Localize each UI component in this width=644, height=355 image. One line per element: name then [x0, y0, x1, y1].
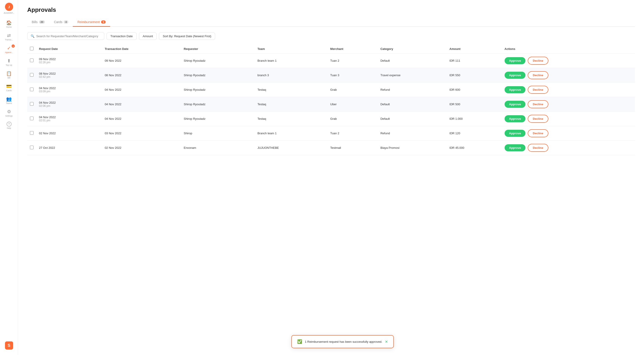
tabs-bar: Bills 20 Cards 4 Reimbursement 9 — [27, 18, 635, 27]
row-actions: Approve Decline — [502, 54, 635, 68]
tab-cards-label: Cards — [54, 20, 62, 24]
row-merchant: Testmail — [328, 141, 378, 155]
search-input[interactable] — [36, 35, 101, 38]
row-checkbox-cell — [27, 68, 36, 83]
row-category: Default — [378, 112, 446, 126]
decline-button[interactable]: Decline — [528, 144, 548, 152]
sidebar-item-label: Transa... — [5, 39, 13, 41]
row-request-date: 08 Nov 2022 02:42 pm — [36, 68, 102, 83]
row-actions: Approve Decline — [502, 126, 635, 141]
row-checkbox-cell — [27, 54, 36, 68]
approvals-icon: ✓ — [7, 45, 11, 51]
toast-close-button[interactable]: ✕ — [385, 339, 388, 344]
search-icon: 🔍 — [30, 34, 34, 38]
sidebar-username: JUJUONT... — [4, 12, 14, 14]
row-request-date: 02 Nov 2022 — [36, 126, 102, 141]
row-actions: Approve Decline — [502, 68, 635, 83]
sort-filter[interactable]: Sort By: Request Date (Newest First) — [159, 33, 215, 40]
sidebar-item-topup[interactable]: ⬆ Top Up — [0, 56, 18, 69]
page-header: Approvals Bills 20 Cards 4 Reimbursement… — [18, 0, 644, 32]
row-transaction-date: 04 Nov 2022 — [102, 83, 181, 97]
row-actions: Approve Decline — [502, 97, 635, 112]
help-icon: ? — [6, 122, 12, 127]
tab-cards-badge: 4 — [64, 21, 68, 24]
sidebar-item-label: Approv... — [5, 51, 13, 54]
approvals-table: Request Date Transaction Date Requester … — [27, 45, 635, 155]
approve-button[interactable]: Approve — [504, 72, 526, 79]
select-all-checkbox[interactable] — [30, 47, 34, 50]
sidebar-item-approvals[interactable]: ✓ Approv... ● — [0, 43, 18, 56]
header-request-date: Request Date — [36, 45, 102, 54]
row-category: Default — [378, 97, 446, 112]
tab-cards[interactable]: Cards 4 — [50, 18, 73, 27]
amount-filter[interactable]: Amount — [139, 33, 157, 40]
sidebar-item-home[interactable]: 🏠 Home — [0, 18, 18, 30]
row-merchant: Tuan 2 — [328, 126, 378, 141]
tab-reimbursement-badge: 9 — [101, 21, 106, 24]
row-amount: IDR 600 — [447, 83, 502, 97]
row-category: Refund — [378, 126, 446, 141]
sidebar-item-help[interactable]: ? Help — [0, 119, 18, 132]
header-checkbox-col — [27, 45, 36, 54]
approve-button[interactable]: Approve — [504, 144, 526, 151]
search-box[interactable]: 🔍 — [27, 32, 104, 40]
row-category: Default — [378, 54, 446, 68]
transaction-date-filter[interactable]: Transaction Date — [106, 33, 137, 40]
approve-button[interactable]: Approve — [504, 57, 526, 64]
decline-button[interactable]: Decline — [528, 57, 548, 65]
row-checkbox[interactable] — [30, 146, 34, 149]
row-checkbox[interactable] — [30, 131, 34, 135]
row-merchant: Grab — [328, 83, 378, 97]
row-amount: IDR 45.000 — [447, 141, 502, 155]
sidebar-item-label: Teams — [6, 102, 12, 104]
decline-button[interactable]: Decline — [528, 100, 548, 108]
approve-button[interactable]: Approve — [504, 101, 526, 108]
row-checkbox[interactable] — [30, 117, 34, 120]
decline-button[interactable]: Decline — [528, 86, 548, 94]
row-transaction-date: 04 Nov 2022 — [102, 112, 181, 126]
sidebar-logo: S — [5, 339, 13, 352]
sidebar-item-transactions[interactable]: ⇄ Transa... — [0, 30, 18, 43]
row-requester: Shirop Ryoutadz — [181, 112, 254, 126]
tab-bills[interactable]: Bills 20 — [27, 18, 50, 27]
approve-button[interactable]: Approve — [504, 115, 526, 122]
row-checkbox[interactable] — [30, 73, 34, 77]
row-checkbox-cell — [27, 97, 36, 112]
sidebar-item-bill[interactable]: 📋 Bill — [0, 69, 18, 81]
row-merchant: Tuan 3 — [328, 68, 378, 83]
header-transaction-date: Transaction Date — [102, 45, 181, 54]
table-row: 08 Nov 2022 02:42 pm 08 Nov 2022 Shirop … — [27, 68, 635, 83]
row-checkbox[interactable] — [30, 59, 34, 62]
sidebar-item-settings[interactable]: ⚙ Settings — [0, 107, 18, 119]
sidebar-item-teams[interactable]: 👥 Teams — [0, 94, 18, 107]
row-checkbox[interactable] — [30, 102, 34, 106]
topup-icon: ⬆ — [7, 58, 11, 64]
row-requester: Shirop — [181, 126, 254, 141]
row-team: branch 3 — [255, 68, 328, 83]
row-amount: IDR 111 — [447, 54, 502, 68]
row-actions: Approve Decline — [502, 141, 635, 155]
approve-button[interactable]: Approve — [504, 130, 526, 137]
decline-button[interactable]: Decline — [528, 115, 548, 123]
row-transaction-date: 03 Nov 2022 — [102, 126, 181, 141]
sidebar: J JUJUONT... 🏠 Home ⇄ Transa... ✓ Approv… — [0, 0, 18, 355]
tab-reimbursement[interactable]: Reimbursement 9 — [73, 18, 110, 27]
sidebar-item-cards[interactable]: 💳 Cards — [0, 81, 18, 94]
tab-bills-label: Bills — [32, 20, 38, 24]
toast-notification: ✅ 1 Reimbursement request has been succe… — [291, 335, 394, 348]
page-title: Approvals — [27, 6, 635, 13]
header-actions: Actions — [502, 45, 635, 54]
teams-icon: 👥 — [6, 96, 12, 102]
logo-icon: S — [5, 341, 13, 349]
settings-icon: ⚙ — [7, 109, 11, 114]
row-category: Travel expense — [378, 68, 446, 83]
row-merchant: Grab — [328, 112, 378, 126]
approve-button[interactable]: Approve — [504, 86, 526, 93]
row-request-date: 27 Oct 2022 — [36, 141, 102, 155]
row-checkbox[interactable] — [30, 88, 34, 91]
row-request-date: 09 Nov 2022 02:26 pm — [36, 54, 102, 68]
decline-button[interactable]: Decline — [528, 129, 548, 137]
sidebar-item-label: Cards — [6, 89, 12, 92]
decline-button[interactable]: Decline — [528, 71, 548, 79]
row-team: JUJUONTHEBE — [255, 141, 328, 155]
